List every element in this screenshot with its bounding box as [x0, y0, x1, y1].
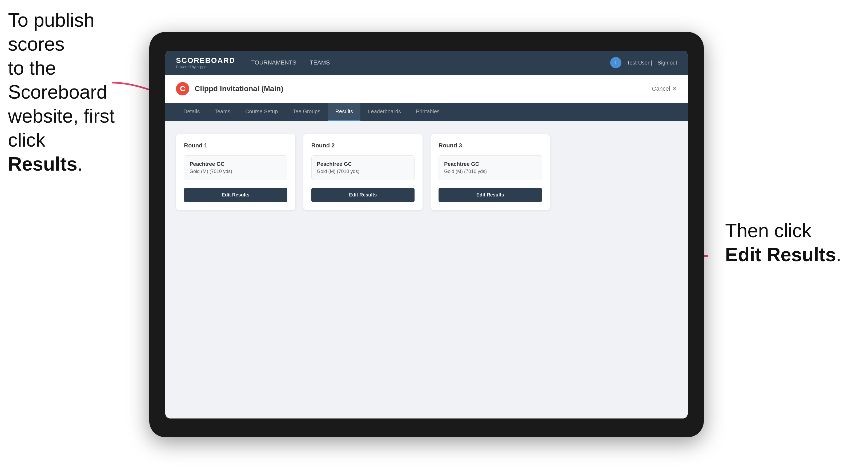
instruction-line3: website, first: [8, 105, 115, 127]
round-2-course-name: Peachtree GC: [317, 161, 409, 167]
tab-leaderboards[interactable]: Leaderboards: [361, 103, 408, 121]
round-1-course-name: Peachtree GC: [190, 161, 282, 167]
tablet-device: SCOREBOARD Powered by clippd TOURNAMENTS…: [149, 32, 704, 437]
nav-links: TOURNAMENTS TEAMS: [251, 58, 610, 67]
tournament-header: C Clippd Invitational (Main) Cancel ✕: [165, 75, 688, 103]
logo-text: SCOREBOARD: [176, 56, 235, 65]
round-1-title: Round 1: [184, 142, 287, 149]
right-period: .: [836, 244, 841, 265]
top-navigation: SCOREBOARD Powered by clippd TOURNAMENTS…: [165, 51, 688, 75]
instruction-line1: To publish scores: [8, 9, 94, 55]
round-2-course-detail: Gold (M) (7010 yds): [317, 169, 409, 174]
edit-results-button-2[interactable]: Edit Results: [311, 188, 415, 202]
tablet-screen: SCOREBOARD Powered by clippd TOURNAMENTS…: [165, 51, 688, 418]
left-instruction: To publish scores to the Scoreboard webs…: [8, 8, 120, 176]
round-1-course-card: Peachtree GC Gold (M) (7010 yds): [184, 155, 287, 180]
nav-teams[interactable]: TEAMS: [310, 58, 330, 67]
sign-out-link[interactable]: Sign out: [658, 60, 677, 66]
tab-results[interactable]: Results: [328, 103, 361, 121]
tournament-logo: C: [176, 82, 189, 95]
tab-course-setup[interactable]: Course Setup: [238, 103, 285, 121]
tab-tee-groups[interactable]: Tee Groups: [285, 103, 328, 121]
logo-sub: Powered by clippd: [176, 65, 235, 69]
tab-details[interactable]: Details: [176, 103, 207, 121]
cancel-label[interactable]: Cancel: [652, 85, 670, 92]
user-label: Test User |: [627, 60, 652, 66]
instruction-line2: to the Scoreboard: [8, 57, 107, 103]
round-2-card: Round 2 Peachtree GC Gold (M) (7010 yds)…: [303, 134, 423, 210]
round-3-course-name: Peachtree GC: [444, 161, 536, 167]
round-3-card: Round 3 Peachtree GC Gold (M) (7010 yds)…: [431, 134, 550, 210]
tab-teams[interactable]: Teams: [207, 103, 238, 121]
round-1-card: Round 1 Peachtree GC Gold (M) (7010 yds)…: [176, 134, 296, 210]
then-click-label: Then click: [725, 220, 811, 241]
user-avatar: T: [610, 57, 621, 68]
round-3-course-card: Peachtree GC Gold (M) (7010 yds): [438, 155, 542, 180]
right-instruction: Then click Edit Results.: [725, 219, 841, 267]
round-2-course-card: Peachtree GC Gold (M) (7010 yds): [311, 155, 415, 180]
round-3-course-detail: Gold (M) (7010 yds): [444, 169, 536, 174]
instruction-period: .: [77, 153, 83, 175]
main-content: Round 1 Peachtree GC Gold (M) (7010 yds)…: [165, 121, 688, 418]
empty-round-slot: [558, 134, 677, 210]
round-2-title: Round 2: [311, 142, 415, 149]
tournament-title-area: C Clippd Invitational (Main): [176, 82, 283, 95]
edit-results-button-3[interactable]: Edit Results: [438, 188, 542, 202]
round-3-title: Round 3: [438, 142, 542, 149]
logo-area: SCOREBOARD Powered by clippd: [176, 56, 235, 69]
cancel-icon: ✕: [672, 85, 677, 92]
rounds-grid: Round 1 Peachtree GC Gold (M) (7010 yds)…: [176, 134, 677, 210]
edit-results-emphasis: Edit Results: [725, 244, 836, 265]
cancel-button[interactable]: Cancel ✕: [652, 85, 677, 92]
tab-bar: Details Teams Course Setup Tee Groups Re…: [165, 103, 688, 121]
tournament-name: Clippd Invitational (Main): [195, 85, 283, 93]
results-emphasis: Results: [8, 153, 77, 175]
round-1-course-detail: Gold (M) (7010 yds): [190, 169, 282, 174]
nav-right: T Test User | Sign out: [610, 57, 677, 68]
instruction-line4: click: [8, 129, 45, 151]
nav-tournaments[interactable]: TOURNAMENTS: [251, 58, 297, 67]
tab-printables[interactable]: Printables: [408, 103, 447, 121]
edit-results-button-1[interactable]: Edit Results: [184, 188, 287, 202]
